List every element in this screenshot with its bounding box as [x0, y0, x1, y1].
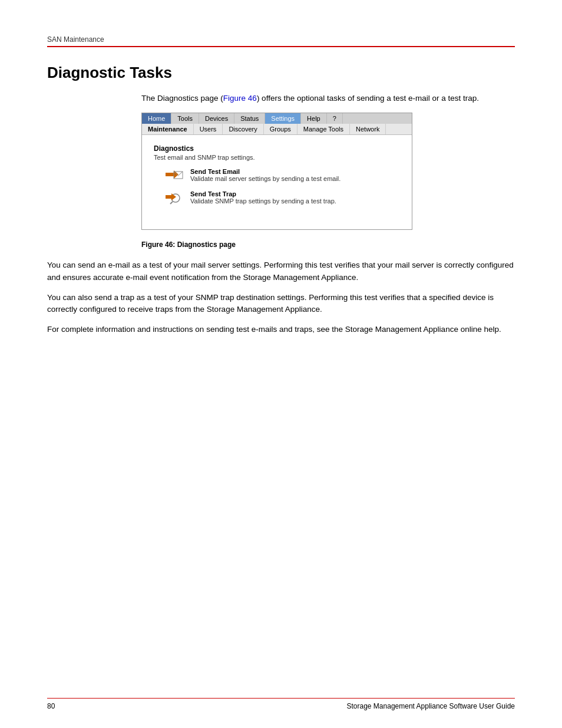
- nav-users[interactable]: Users: [194, 124, 223, 134]
- section-label: SAN Maintenance: [47, 35, 515, 44]
- footer-page-number: 80: [47, 702, 55, 710]
- top-rule: [47, 46, 515, 47]
- body-paragraph-2: You can also send a trap as a test of yo…: [47, 292, 515, 316]
- trap-text: Send Test Trap Validate SNMP trap settin…: [190, 190, 336, 205]
- nav-network[interactable]: Network: [350, 124, 386, 134]
- nav-manage-tools[interactable]: Manage Tools: [297, 124, 350, 134]
- nav-second-bar: Maintenance Users Discovery Groups Manag…: [142, 124, 412, 135]
- page-container: SAN Maintenance Diagnostic Tasks The Dia…: [0, 0, 562, 728]
- figure-link[interactable]: Figure 46: [223, 94, 257, 103]
- figure-caption: Figure 46: Diagnostics page: [141, 241, 515, 249]
- nav-help[interactable]: Help: [301, 113, 327, 124]
- nav-devices[interactable]: Devices: [199, 113, 234, 124]
- diagnostics-subtitle: Test email and SNMP trap settings.: [154, 154, 400, 161]
- page-footer: 80 Storage Management Appliance Software…: [47, 698, 515, 710]
- diag-item-email: Send Test Email Validate mail server set…: [166, 168, 400, 185]
- screenshot-content: Diagnostics Test email and SNMP trap set…: [142, 135, 412, 229]
- page-title: Diagnostic Tasks: [47, 64, 515, 82]
- nav-top-bar: Home Tools Devices Status Settings Help …: [142, 113, 412, 124]
- screenshot-mockup: Home Tools Devices Status Settings Help …: [141, 113, 412, 230]
- diagnostics-title: Diagnostics: [154, 144, 400, 153]
- trap-icon: [166, 190, 184, 207]
- nav-question[interactable]: ?: [327, 113, 343, 124]
- nav-groups[interactable]: Groups: [264, 124, 297, 134]
- footer-document-title: Storage Management Appliance Software Us…: [347, 702, 515, 710]
- nav-maintenance[interactable]: Maintenance: [142, 124, 194, 134]
- nav-status[interactable]: Status: [234, 113, 265, 124]
- nav-discovery[interactable]: Discovery: [223, 124, 263, 134]
- svg-line-3: [170, 202, 173, 204]
- nav-settings[interactable]: Settings: [265, 113, 301, 124]
- body-paragraph-3: For complete information and instruction…: [47, 324, 515, 335]
- nav-home[interactable]: Home: [142, 113, 171, 124]
- send-trap-desc: Validate SNMP trap settings by sending a…: [190, 197, 336, 205]
- intro-text: The Diagnostics page (Figure 46) offers …: [141, 93, 515, 104]
- send-email-desc: Validate mail server settings by sending…: [190, 175, 340, 182]
- figure-container: Home Tools Devices Status Settings Help …: [141, 113, 412, 230]
- email-text: Send Test Email Validate mail server set…: [190, 168, 340, 182]
- body-paragraph-1: You can send an e-mail as a test of your…: [47, 259, 515, 284]
- email-icon: [166, 168, 184, 185]
- diag-item-trap: Send Test Trap Validate SNMP trap settin…: [166, 190, 400, 207]
- send-trap-title[interactable]: Send Test Trap: [190, 190, 336, 197]
- nav-tools[interactable]: Tools: [171, 113, 199, 124]
- send-email-title[interactable]: Send Test Email: [190, 168, 340, 175]
